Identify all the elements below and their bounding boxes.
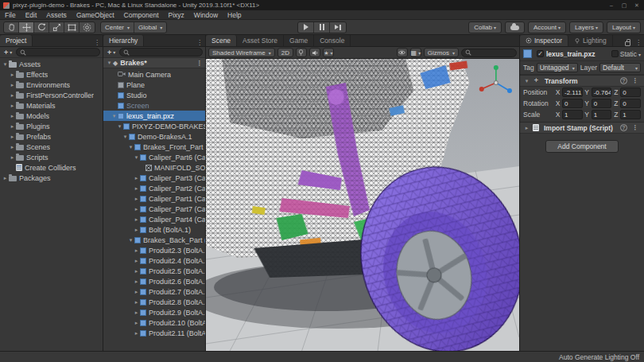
scene-viewport[interactable] — [206, 59, 519, 351]
expander-icon[interactable]: ▾ — [122, 134, 129, 140]
expander-icon[interactable]: ▾ — [133, 154, 140, 161]
scene-search-input[interactable] — [461, 49, 517, 57]
hand-tool-button[interactable] — [4, 22, 19, 33]
hierarchy-item-pixyz-demo-brakes-catproduct[interactable]: ▾PIXYZ-DEMO-BRAKES.catproduct — [103, 121, 205, 131]
space-toggle-button[interactable]: Global — [134, 22, 166, 33]
hierarchy-item-lexus-train-pxz[interactable]: ▾lexus_train.pxz — [103, 111, 205, 121]
play-button[interactable] — [298, 22, 314, 33]
project-item-packages[interactable]: ▸Packages — [0, 173, 103, 183]
project-item-scenes[interactable]: ▸Scenes — [0, 142, 103, 152]
scene-header-row[interactable]: ▾ Brakes* — [103, 58, 205, 68]
hierarchy-item-produit2-8-bolta-1[interactable]: ▸Produit2.8 (BoltA.1) — [103, 297, 205, 307]
expander-icon[interactable]: ▸ — [133, 289, 140, 295]
hierarchy-item-produit2-6-bolta-1[interactable]: ▸Produit2.6 (BoltA.1) — [103, 276, 205, 286]
rotation-y-field[interactable]: 0 — [592, 99, 612, 108]
auto-generate-lighting-button[interactable]: Auto Generate Lighting Off — [559, 353, 644, 361]
hierarchy-item-produit2-10-bolta-1[interactable]: ▸Produit2.10 (BoltA.1) — [103, 317, 205, 328]
project-item-environments[interactable]: ▸Environments — [0, 80, 103, 90]
expander-icon[interactable]: ▸ — [133, 196, 140, 202]
expander-icon[interactable]: ▸ — [2, 175, 9, 181]
hierarchy-item-caliper-part1-caliper-par[interactable]: ▸Caliper_Part1 (Caliper_Par... — [103, 193, 205, 204]
expander-icon[interactable]: ▸ — [133, 320, 140, 326]
pause-button[interactable] — [314, 22, 330, 33]
scale-x-field[interactable]: 1 — [562, 110, 583, 119]
menu-component[interactable]: Component — [119, 10, 164, 19]
project-create-button[interactable] — [2, 49, 14, 56]
tab-console[interactable]: Console — [314, 35, 351, 46]
hierarchy-item-plane[interactable]: Plane — [103, 80, 205, 90]
tag-dropdown[interactable]: Untagged — [537, 63, 578, 72]
layout-button[interactable]: Layout — [607, 21, 641, 33]
expander-icon[interactable]: ▸ — [9, 144, 16, 150]
scale-z-field[interactable]: 1 — [620, 110, 641, 119]
scale-y-field[interactable]: 1 — [592, 110, 612, 119]
expander-icon[interactable]: ▸ — [9, 113, 16, 119]
tab-asset-store[interactable]: Asset Store — [237, 35, 284, 46]
hierarchy-item-produit2-5-bolta-1[interactable]: ▸Produit2.5 (BoltA.1) — [103, 266, 205, 276]
scale-tool-button[interactable] — [49, 22, 64, 33]
hierarchy-item-produit2-11-bolta-1[interactable]: ▸Produit2.11 (BoltA.1) — [103, 328, 205, 338]
expander-icon[interactable]: ▸ — [9, 134, 16, 140]
expander-icon[interactable]: ▸ — [133, 258, 140, 264]
rotation-x-field[interactable]: 0 — [562, 99, 583, 108]
position-y-field[interactable]: -0.764 — [592, 88, 612, 97]
tab-lighting[interactable]: Lighting — [568, 35, 613, 46]
maximize-icon[interactable] — [620, 2, 628, 9]
static-checkbox[interactable] — [611, 50, 619, 57]
menu-gameobject[interactable]: GameObject — [72, 10, 119, 19]
expander-icon[interactable]: ▸ — [133, 216, 140, 223]
expander-icon[interactable]: ▾ — [127, 144, 134, 150]
project-menu-icon[interactable] — [91, 39, 103, 46]
hierarchy-search-input[interactable] — [119, 48, 203, 56]
hierarchy-menu-icon[interactable] — [194, 39, 205, 46]
hierarchy-item-caliper-part4-caliper-par[interactable]: ▸Caliper_Part4 (Caliper_Par... — [103, 214, 205, 224]
hierarchy-item-caliper-part7-caliper-par[interactable]: ▸Caliper_Part7 (Caliper_Par... — [103, 204, 205, 214]
hierarchy-item-bolt-bolta-1[interactable]: ▸Bolt (BoltA.1) — [103, 224, 205, 235]
rect-tool-button[interactable] — [64, 22, 80, 33]
hierarchy-item-produit2-9-bolta-1[interactable]: ▸Produit2.9 (BoltA.1) — [103, 307, 205, 317]
transform-component-header[interactable]: ▾ Transform — [520, 75, 644, 87]
scene-options-icon[interactable] — [194, 60, 205, 67]
position-x-field[interactable]: -2.111 — [562, 88, 583, 97]
rotate-tool-button[interactable] — [34, 22, 49, 33]
project-item-prefabs[interactable]: ▸Prefabs — [0, 131, 103, 142]
expander-icon[interactable]: ▸ — [133, 330, 140, 337]
inspector-menu-icon[interactable] — [633, 39, 644, 46]
project-item-effects[interactable]: ▸Effects — [0, 69, 103, 80]
gizmos-dropdown[interactable]: Gizmos — [424, 48, 459, 57]
expander-icon[interactable]: ▾ — [2, 61, 9, 68]
expander-icon[interactable]: ▾ — [111, 113, 118, 119]
tab-hierarchy[interactable]: Hierarchy — [103, 35, 144, 46]
scene-visibility-toggle[interactable] — [397, 48, 408, 57]
hierarchy-item-caliper-part6-caliper-par[interactable]: ▾Caliper_Part6 (Caliper_Par... — [103, 152, 205, 162]
move-tool-button[interactable] — [19, 22, 34, 33]
expander-icon[interactable]: ▸ — [9, 92, 16, 99]
hierarchy-item-caliper-part3-caliper-par[interactable]: ▸Caliper_Part3 (Caliper_Par... — [103, 173, 205, 183]
close-icon[interactable] — [633, 2, 641, 9]
expander-icon[interactable]: ▾ — [127, 237, 134, 243]
expander-icon[interactable]: ▸ — [9, 72, 16, 78]
expander-icon[interactable]: ▾ — [523, 78, 530, 84]
project-item-scripts[interactable]: ▸Scripts — [0, 152, 103, 162]
hierarchy-create-button[interactable] — [106, 49, 117, 56]
scene-lighting-toggle[interactable] — [296, 48, 307, 57]
tab-game[interactable]: Game — [284, 35, 314, 46]
expander-icon[interactable]: ▾ — [116, 123, 123, 130]
expander-icon[interactable]: ▸ — [133, 247, 140, 254]
scene-effects-dropdown[interactable] — [323, 48, 334, 57]
hierarchy-item-screen[interactable]: Screen — [103, 100, 205, 111]
hierarchy-item-produit2-7-bolta-1[interactable]: ▸Produit2.7 (BoltA.1) — [103, 286, 205, 297]
expander-icon[interactable]: ▸ — [133, 227, 140, 233]
layers-button[interactable]: Layers — [569, 21, 603, 33]
project-item-plugins[interactable]: ▸Plugins — [0, 121, 103, 131]
project-item-assets[interactable]: ▾Assets — [0, 59, 103, 69]
menu-edit[interactable]: Edit — [21, 10, 42, 19]
project-item-models[interactable]: ▸Models — [0, 111, 103, 121]
hierarchy-item-brakes-front-part-brakes[interactable]: ▾Brakes_Front_Part (Brakes... — [103, 142, 205, 152]
component-menu-icon[interactable] — [630, 77, 641, 84]
pivot-toggle-button[interactable]: Center — [101, 22, 134, 33]
menu-assets[interactable]: Assets — [41, 10, 72, 19]
tab-project[interactable]: Project — [0, 35, 33, 46]
lock-icon[interactable] — [625, 41, 630, 46]
layer-dropdown[interactable]: Default — [599, 63, 641, 72]
